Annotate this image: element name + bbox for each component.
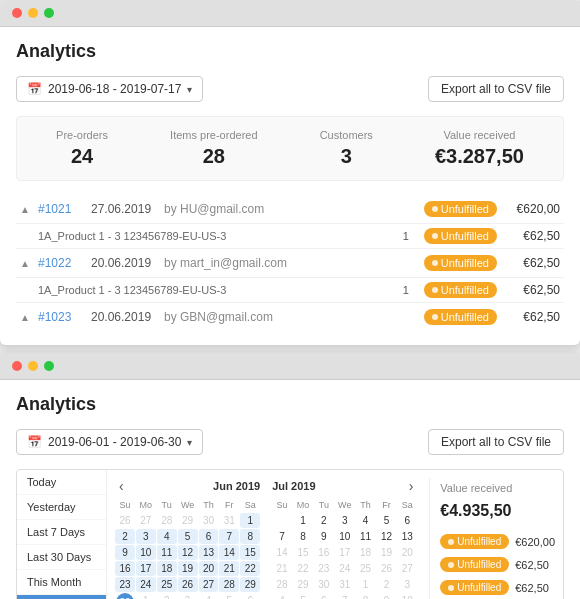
cal-day[interactable]: 16	[115, 561, 135, 576]
cal-day[interactable]: 9	[377, 593, 397, 599]
cal-day[interactable]: 24	[335, 561, 355, 576]
sidebar-item-today[interactable]: Today	[17, 470, 106, 495]
cal-day[interactable]: 27	[397, 561, 417, 576]
cal-day[interactable]: 1	[136, 593, 156, 599]
cal-day[interactable]: 26	[178, 577, 198, 592]
cal-day[interactable]: 24	[136, 577, 156, 592]
cal-day[interactable]: 13	[199, 545, 219, 560]
cal-day[interactable]: 19	[178, 561, 198, 576]
cal-day[interactable]: 29	[240, 577, 260, 592]
cal-day[interactable]: 27	[136, 513, 156, 528]
cal-day[interactable]: 18	[157, 561, 177, 576]
cal-day[interactable]: 7	[335, 593, 355, 599]
order-id-1023[interactable]: #1023	[38, 310, 83, 324]
cal-day[interactable]: 31	[219, 513, 239, 528]
cal-day[interactable]: 25	[157, 577, 177, 592]
cal-day[interactable]: 28	[219, 577, 239, 592]
cal-day[interactable]: 11	[157, 545, 177, 560]
cal-day[interactable]: 10	[397, 593, 417, 599]
cal-day[interactable]: 13	[397, 529, 417, 544]
cal-day[interactable]: 28	[157, 513, 177, 528]
order-id-1021[interactable]: #1021	[38, 202, 83, 216]
minimize-button[interactable]	[28, 361, 38, 371]
cal-day[interactable]: 2	[377, 577, 397, 592]
export-button-bottom[interactable]: Export all to CSV file	[428, 429, 564, 455]
cal-day[interactable]: 12	[178, 545, 198, 560]
date-range-button[interactable]: 📅 2019-06-18 - 2019-07-17 ▾	[16, 76, 203, 102]
cal-day[interactable]: 3	[397, 577, 417, 592]
cal-day[interactable]: 10	[335, 529, 355, 544]
maximize-button[interactable]	[44, 8, 54, 18]
cal-day[interactable]: 30	[314, 577, 334, 592]
cal-day[interactable]	[272, 513, 292, 528]
cal-day[interactable]: 4	[157, 529, 177, 544]
cal-day[interactable]: 8	[240, 529, 260, 544]
cal-day[interactable]: 4	[356, 513, 376, 528]
cal-day[interactable]: 11	[356, 529, 376, 544]
cal-day[interactable]: 26	[377, 561, 397, 576]
cal-day[interactable]: 22	[293, 561, 313, 576]
cal-day[interactable]: 5	[377, 513, 397, 528]
export-button[interactable]: Export all to CSV file	[428, 76, 564, 102]
cal-day[interactable]: 2	[157, 593, 177, 599]
date-range-button-bottom[interactable]: 📅 2019-06-01 - 2019-06-30 ▾	[16, 429, 203, 455]
cal-day[interactable]: 10	[136, 545, 156, 560]
next-month-button[interactable]: ›	[405, 478, 418, 494]
cal-day[interactable]: 5	[178, 529, 198, 544]
cal-day[interactable]: 22	[240, 561, 260, 576]
cal-day[interactable]: 3	[335, 513, 355, 528]
cal-day[interactable]: 20	[397, 545, 417, 560]
table-row[interactable]: ▲ #1022 20.06.2019 by mart_in@gmail.com …	[16, 249, 564, 278]
cal-day[interactable]: 21	[219, 561, 239, 576]
table-row[interactable]: ▲ #1023 20.06.2019 by GBN@gmail.com Unfu…	[16, 303, 564, 331]
cal-day-selected-30[interactable]: 30	[116, 593, 134, 599]
cal-day[interactable]: 23	[115, 577, 135, 592]
cal-day[interactable]: 7	[272, 529, 292, 544]
cal-day[interactable]: 1	[356, 577, 376, 592]
cal-day[interactable]: 6	[199, 529, 219, 544]
cal-day[interactable]: 25	[356, 561, 376, 576]
sidebar-item-last30days[interactable]: Last 30 Days	[17, 545, 106, 570]
cal-day[interactable]: 5	[219, 593, 239, 599]
cal-day[interactable]: 15	[240, 545, 260, 560]
cal-day[interactable]: 27	[199, 577, 219, 592]
cal-day[interactable]: 2	[115, 529, 135, 544]
cal-day[interactable]: 3	[136, 529, 156, 544]
cal-day[interactable]: 8	[293, 529, 313, 544]
maximize-button[interactable]	[44, 361, 54, 371]
cal-day[interactable]: 19	[377, 545, 397, 560]
cal-day[interactable]: 17	[335, 545, 355, 560]
cal-day[interactable]: 9	[314, 529, 334, 544]
cal-day[interactable]: 15	[293, 545, 313, 560]
cal-day[interactable]: 28	[272, 577, 292, 592]
order-id-1022[interactable]: #1022	[38, 256, 83, 270]
prev-month-button[interactable]: ‹	[115, 478, 128, 494]
cal-day[interactable]: 14	[272, 545, 292, 560]
cal-day[interactable]: 21	[272, 561, 292, 576]
cal-day[interactable]: 8	[356, 593, 376, 599]
cal-day[interactable]: 18	[356, 545, 376, 560]
sidebar-item-lastmonth[interactable]: Last Month	[17, 595, 106, 599]
cal-day[interactable]: 7	[219, 529, 239, 544]
cal-day[interactable]: 6	[397, 513, 417, 528]
cal-day[interactable]: 16	[314, 545, 334, 560]
cal-day[interactable]: 30	[199, 513, 219, 528]
sidebar-item-last7days[interactable]: Last 7 Days	[17, 520, 106, 545]
cal-day[interactable]: 29	[178, 513, 198, 528]
cal-day[interactable]: 5	[293, 593, 313, 599]
cal-day[interactable]: 20	[199, 561, 219, 576]
cal-day[interactable]: 6	[240, 593, 260, 599]
cal-day[interactable]: 4	[272, 593, 292, 599]
cal-day[interactable]: 23	[314, 561, 334, 576]
cal-day[interactable]: 12	[377, 529, 397, 544]
cal-day[interactable]: 1	[293, 513, 313, 528]
cal-day[interactable]: 26	[115, 513, 135, 528]
cal-day[interactable]: 14	[219, 545, 239, 560]
table-row[interactable]: ▲ #1021 27.06.2019 by HU@gmail.com Unful…	[16, 195, 564, 224]
cal-day[interactable]: 1	[240, 513, 260, 528]
close-button[interactable]	[12, 361, 22, 371]
cal-day[interactable]: 2	[314, 513, 334, 528]
cal-day[interactable]: 9	[115, 545, 135, 560]
cal-day[interactable]: 17	[136, 561, 156, 576]
minimize-button[interactable]	[28, 8, 38, 18]
